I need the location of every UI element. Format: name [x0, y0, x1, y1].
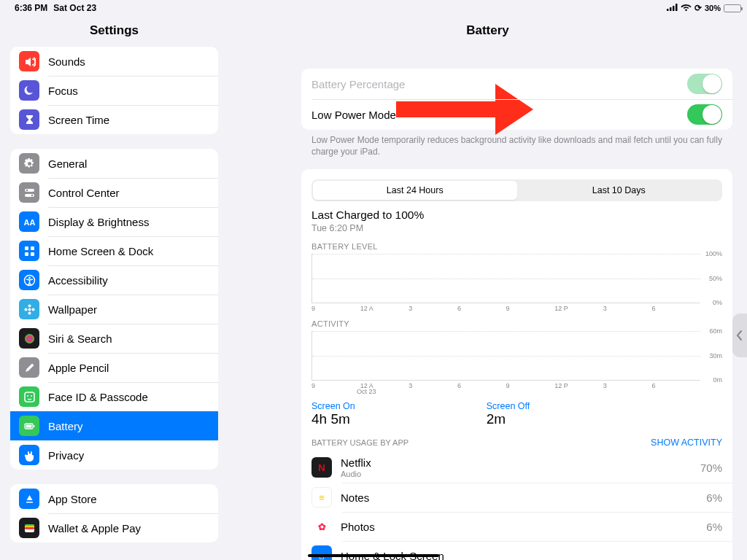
content-scroll[interactable]: Battery PercentageLow Power Mode Low Pow… — [228, 47, 747, 560]
sidebar-item-label: Battery — [48, 420, 83, 432]
speaker-icon — [19, 51, 39, 71]
setting-label: Low Power Mode — [311, 109, 396, 121]
battery-toggles-card: Battery PercentageLow Power Mode — [301, 69, 732, 130]
svg-text:AA: AA — [23, 218, 35, 227]
app-row-notes[interactable]: ≡Notes6% — [301, 483, 732, 512]
toggle-battery-percentage[interactable] — [687, 74, 722, 94]
aa-icon: AA — [19, 211, 39, 232]
sidebar-item-general[interactable]: General — [10, 149, 218, 178]
flower-icon — [19, 299, 39, 319]
app-row-photos[interactable]: ✿Photos6% — [301, 512, 732, 541]
status-date: Sat Oct 23 — [53, 3, 96, 13]
svg-point-6 — [26, 189, 28, 191]
hourglass-icon — [19, 109, 39, 130]
wallet-icon — [19, 518, 39, 538]
svg-point-19 — [31, 308, 34, 311]
battery-level-chart: 0%50%100% — [311, 254, 700, 303]
battery-icon — [19, 416, 39, 436]
svg-rect-25 — [26, 424, 31, 427]
content-title: Battery — [228, 16, 747, 47]
screen-off-value: 2m — [487, 411, 530, 427]
app-icon: ⌂ — [311, 545, 332, 560]
last-charge-title: Last Charged to 100% — [301, 209, 732, 222]
app-icon: ✿ — [311, 516, 332, 537]
svg-rect-12 — [31, 252, 34, 256]
status-time: 6:36 PM — [15, 3, 47, 13]
sidebar-item-wallpaper[interactable]: Wallpaper — [10, 295, 218, 324]
sidebar-item-screen-time[interactable]: Screen Time — [10, 105, 218, 134]
sidebar-item-wallet-apple-pay[interactable]: Wallet & Apple Pay — [10, 513, 218, 542]
svg-rect-30 — [25, 527, 34, 529]
setting-row-low-power-mode: Low Power Mode — [301, 99, 732, 130]
sidebar-item-display-brightness[interactable]: AADisplay & Brightness — [10, 207, 218, 236]
side-grabber[interactable] — [732, 314, 747, 357]
sidebar-item-label: App Store — [48, 493, 97, 505]
sidebar-item-label: Privacy — [48, 449, 84, 462]
svg-point-16 — [28, 304, 31, 307]
activity-label: ACTIVITY — [301, 316, 732, 330]
sidebar-item-label: Home Screen & Dock — [48, 245, 153, 257]
usage-summary: Screen On 4h 5m Screen Off 2m — [301, 395, 732, 435]
activity-chart: 0m30m60m — [311, 331, 700, 381]
content-pane: Battery Battery PercentageLow Power Mode… — [228, 16, 747, 560]
sidebar-item-sounds[interactable]: Sounds — [10, 47, 218, 76]
screen-on-label: Screen On — [311, 401, 355, 411]
wifi-icon — [681, 4, 692, 13]
svg-point-7 — [31, 194, 33, 196]
svg-rect-2 — [673, 6, 675, 11]
tab-last-24-hours[interactable]: Last 24 Hours — [313, 181, 517, 200]
sidebar-scroll[interactable]: SoundsFocusScreen TimeGeneralControl Cen… — [0, 47, 228, 560]
svg-rect-26 — [34, 425, 35, 427]
svg-rect-11 — [25, 252, 28, 256]
svg-rect-1 — [670, 7, 672, 11]
app-row-home-lock-screen[interactable]: ⌂Home & Lock Screen — [301, 541, 732, 560]
sidebar-item-label: Wallet & Apple Pay — [48, 522, 141, 534]
tab-last-10-days[interactable]: Last 10 Days — [517, 181, 721, 200]
cell-signal-icon — [667, 4, 678, 12]
app-icon: N — [311, 457, 332, 478]
app-percentage: 70% — [700, 462, 722, 474]
battery-percent: 30% — [705, 4, 721, 12]
svg-rect-10 — [31, 246, 34, 250]
svg-point-14 — [28, 276, 31, 279]
sidebar-item-label: Screen Time — [48, 114, 109, 126]
app-icon: ≡ — [311, 487, 332, 508]
sidebar-item-privacy[interactable]: Privacy — [10, 440, 218, 470]
sidebar-item-home-screen-dock[interactable]: Home Screen & Dock — [10, 236, 218, 265]
sidebar-item-control-center[interactable]: Control Center — [10, 178, 218, 207]
show-activity-link[interactable]: SHOW ACTIVITY — [651, 438, 722, 448]
apps-list: NNetflixAudio70%≡Notes6%✿Photos6%⌂Home &… — [301, 452, 732, 560]
sidebar-item-battery[interactable]: Battery — [10, 411, 218, 440]
sidebar-item-label: Face ID & Passcode — [48, 391, 148, 403]
time-range-segmented[interactable]: Last 24 HoursLast 10 Days — [311, 179, 722, 201]
sidebar-item-app-store[interactable]: App Store — [10, 484, 218, 513]
sidebar-title: Settings — [0, 16, 228, 47]
grid-icon — [19, 241, 39, 261]
settings-sidebar: Settings SoundsFocusScreen TimeGeneralCo… — [0, 16, 228, 560]
toggle-low-power-mode[interactable] — [687, 104, 722, 125]
screen-on-value: 4h 5m — [311, 411, 355, 427]
svg-point-15 — [28, 308, 31, 311]
sidebar-item-label: Focus — [48, 85, 78, 97]
sidebar-item-siri-search[interactable]: Siri & Search — [10, 324, 218, 353]
svg-rect-0 — [667, 9, 669, 11]
appstore-icon — [19, 489, 39, 509]
rotation-lock-icon: ⟳ — [694, 3, 702, 13]
svg-rect-21 — [25, 392, 34, 402]
status-bar: 6:36 PM Sat Oct 23 ⟳ 30% — [0, 0, 747, 16]
face-icon — [19, 386, 39, 407]
svg-point-22 — [27, 395, 28, 397]
battery-icon — [724, 4, 741, 12]
app-row-netflix[interactable]: NNetflixAudio70% — [301, 452, 732, 483]
sidebar-item-label: Siri & Search — [48, 332, 112, 345]
sidebar-item-apple-pencil[interactable]: Apple Pencil — [10, 353, 218, 382]
setting-row-battery-percentage: Battery Percentage — [301, 69, 732, 99]
home-indicator[interactable] — [308, 554, 439, 557]
access-icon — [19, 270, 39, 290]
sidebar-item-label: General — [48, 158, 87, 170]
sidebar-item-label: Sounds — [48, 55, 85, 68]
sidebar-item-face-id-passcode[interactable]: Face ID & Passcode — [10, 382, 218, 411]
sidebar-item-accessibility[interactable]: Accessibility — [10, 265, 218, 295]
sidebar-item-focus[interactable]: Focus — [10, 76, 218, 105]
pencil-icon — [19, 357, 39, 378]
